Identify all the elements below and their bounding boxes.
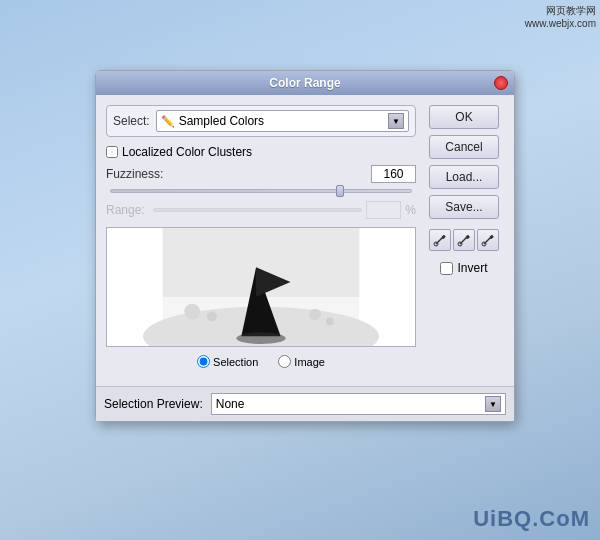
close-button[interactable] (494, 76, 508, 90)
percent-sign: % (405, 203, 416, 217)
selection-preview-value: None (216, 397, 485, 411)
select-dropdown[interactable]: ✏️ Sampled Colors ▼ (156, 110, 409, 132)
fuzziness-input[interactable] (371, 165, 416, 183)
svg-line-13 (460, 238, 466, 244)
save-button[interactable]: Save... (429, 195, 499, 219)
ok-button[interactable]: OK (429, 105, 499, 129)
select-row: Select: ✏️ Sampled Colors ▼ (106, 105, 416, 137)
load-button[interactable]: Load... (429, 165, 499, 189)
radio-selection[interactable]: Selection (197, 355, 258, 368)
fuzziness-row: Fuzziness: (106, 165, 416, 183)
localized-clusters-row: Localized Color Clusters (106, 145, 416, 159)
fuzziness-slider-thumb[interactable] (336, 185, 344, 197)
watermark-top: 网页教学网 www.webjx.com (525, 4, 596, 30)
eyedropper-add-tool[interactable] (429, 229, 451, 251)
eyedropper-add-tool2[interactable]: + (453, 229, 475, 251)
select-dropdown-arrow[interactable]: ▼ (388, 113, 404, 129)
invert-checkbox[interactable] (440, 262, 453, 275)
svg-text:+: + (467, 234, 471, 240)
range-row: Range: % (106, 201, 416, 219)
svg-point-5 (236, 332, 285, 344)
dialog-title: Color Range (269, 76, 340, 90)
radio-selection-input[interactable] (197, 355, 210, 368)
radio-selection-label: Selection (213, 356, 258, 368)
eyedropper-tools: + - (429, 229, 499, 251)
invert-label: Invert (457, 261, 487, 275)
svg-line-10 (436, 238, 442, 244)
selection-preview-dropdown[interactable]: None ▼ (211, 393, 506, 415)
svg-text:-: - (491, 233, 494, 241)
range-label: Range: (106, 203, 145, 217)
preview-container (106, 227, 416, 347)
svg-line-17 (484, 238, 490, 244)
watermark-bottom: UiBQ.CoM (473, 506, 590, 532)
preview-image (107, 228, 415, 346)
select-label: Select: (113, 114, 150, 128)
eyedropper-subtract-tool[interactable]: - (477, 229, 499, 251)
svg-point-8 (309, 309, 321, 321)
svg-point-9 (326, 317, 334, 325)
radio-row: Selection Image (106, 355, 416, 368)
range-slider-track (153, 208, 363, 212)
radio-image-input[interactable] (278, 355, 291, 368)
radio-image[interactable]: Image (278, 355, 325, 368)
dialog-left-panel: Select: ✏️ Sampled Colors ▼ Localized Co… (106, 105, 416, 376)
cancel-button[interactable]: Cancel (429, 135, 499, 159)
selection-preview-row: Selection Preview: None ▼ (96, 386, 514, 421)
fuzziness-label: Fuzziness: (106, 167, 163, 181)
dialog-body: Select: ✏️ Sampled Colors ▼ Localized Co… (96, 95, 514, 386)
dialog-titlebar: Color Range (96, 71, 514, 95)
svg-point-6 (184, 304, 200, 320)
select-value-text: Sampled Colors (179, 114, 388, 128)
fuzziness-slider-container (106, 189, 416, 193)
localized-clusters-label: Localized Color Clusters (122, 145, 252, 159)
radio-image-label: Image (294, 356, 325, 368)
dialog-right-panel: OK Cancel Load... Save... (424, 105, 504, 376)
svg-point-7 (207, 312, 217, 322)
preview-dropdown-arrow[interactable]: ▼ (485, 396, 501, 412)
fuzziness-slider-track[interactable] (110, 189, 412, 193)
invert-row: Invert (440, 261, 487, 275)
eyedropper-small-icon: ✏️ (161, 115, 175, 128)
range-value-box (366, 201, 401, 219)
selection-preview-label: Selection Preview: (104, 397, 203, 411)
color-range-dialog: Color Range Select: ✏️ Sampled Colors ▼ … (95, 70, 515, 422)
localized-clusters-checkbox[interactable] (106, 146, 118, 158)
